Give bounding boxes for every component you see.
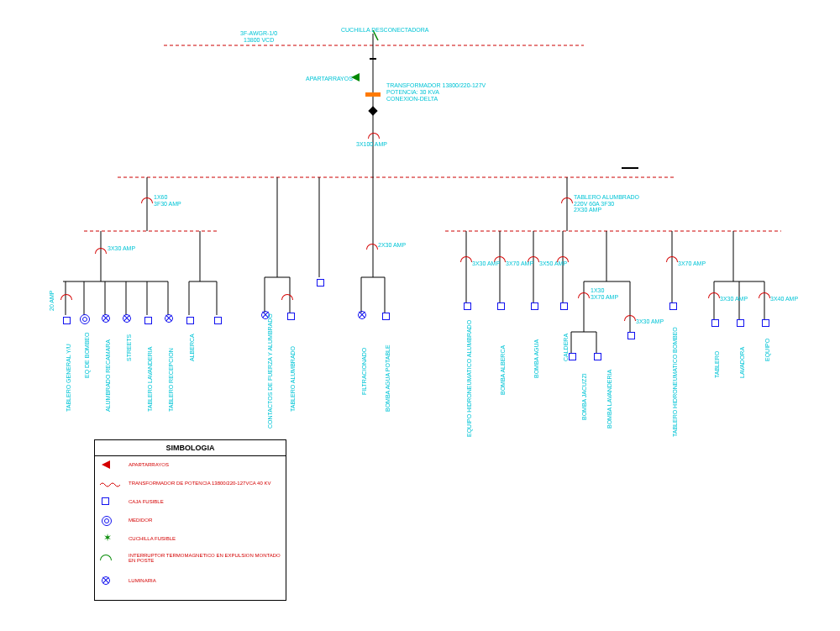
leaf-15: BOMBA JACUZZI [581, 373, 588, 420]
legend-txt-2: CAJA FUSIBLE [129, 499, 164, 504]
luminaria-icon [358, 311, 366, 319]
amp-b3cleaf: 3X30 AMP [636, 318, 664, 325]
lbl-main-amp: 3X100 AMP [356, 141, 387, 148]
amp-b1a: 3X30 AMP [108, 245, 135, 252]
legend-box: SIMBOLOGIA APARTARRAYOS TRANSFORMADOR DE… [94, 439, 286, 601]
caja-fusible-icon [594, 353, 601, 360]
breaker-icon [759, 292, 770, 298]
lbl-trf-2: POTENCIA: 30 KVA [386, 89, 439, 96]
medidor-icon [80, 314, 90, 324]
breaker-icon [141, 197, 153, 203]
legend-txt-5: INTERRUPTOR TERMOMAGNETICO EN EXPULSION … [129, 553, 286, 563]
legend-txt-1: TRANSFORMADOR DE POTENCIA 13800/220-127V… [129, 481, 270, 486]
luminaria-icon [102, 314, 110, 323]
breaker-icon [366, 244, 378, 250]
amp-b3c: 3X50 AMP [539, 260, 567, 267]
leaf-10: BOMBA AGUA POTABLE [385, 344, 391, 412]
leaf-8: TABLERO ALUMBRADO [290, 346, 297, 412]
lbl-incoming-1: 3F-AWGR-1/0 [240, 30, 277, 37]
lbl-trf-3: CONEXION-DELTA [386, 96, 438, 103]
caja-fusible-icon [737, 319, 744, 327]
amp-b1: 1X60 3F30 AMP [154, 194, 181, 207]
leaf-3: STREETS [126, 334, 133, 361]
leaf-20: EQUIPO [764, 339, 771, 361]
breaker-icon [624, 315, 636, 321]
breaker-icon [666, 256, 678, 262]
caja-fusible-icon [464, 302, 471, 310]
breaker-icon [460, 256, 472, 262]
leaf-7: CONTACTOS DE FUERZA Y ALUMBRADO [267, 313, 274, 429]
leaf-2: ALUMBRADO RECAMARA [105, 339, 112, 412]
breaker-icon [60, 294, 72, 300]
caja-fusible-icon [186, 317, 194, 324]
leaf-11: EQUIPO HIDRONEUMATICO ALUMBRADO [466, 320, 473, 437]
amp-b3e: 3X30 AMP [720, 296, 748, 302]
caja-fusible-icon [214, 317, 222, 324]
caja-fusible-icon [144, 317, 152, 324]
svg-rect-3 [365, 92, 381, 97]
leaf-4: TABLERO LAVANDERIA [147, 347, 154, 412]
caja-fusible-icon [63, 317, 71, 324]
leaf-1: EQ DE BOMBEO [84, 333, 91, 378]
caja-fusible-icon [762, 319, 769, 327]
legend-txt-3: MEDIDOR [129, 518, 152, 523]
amp-b1leaf: 20 AMP [49, 290, 55, 311]
leaf-12: BOMBA ALBERCA [500, 345, 507, 395]
luminaria-icon [165, 314, 173, 323]
caja-fusible-icon [382, 313, 390, 320]
leaf-5: TABLERO RECEPCION [168, 348, 175, 412]
leaf-13: BOMBA AGUA [533, 339, 540, 378]
lbl-apartarrayos: APARTARRAYOS [306, 76, 353, 82]
leaf-17: TABLERO HIDRONEUMATICO BOMBEO [672, 327, 679, 437]
leaf-0: TABLERO GENERAL Y/U [66, 344, 72, 412]
leaf-18: TABLERO [714, 351, 721, 378]
leaf-9: FILTRACIONADO [361, 348, 368, 395]
lbl-trf-1: TRANSFORMADOR 13800/220-127V [386, 82, 486, 89]
caja-fusible-icon [569, 353, 576, 360]
breaker-icon [578, 292, 590, 298]
breaker-icon [281, 294, 293, 300]
amp-b2: 2X30 AMP [378, 242, 406, 249]
lbl-cuchilla: CUCHILLA DESCONECTADORA [341, 27, 429, 34]
breaker-icon [95, 248, 107, 254]
amp-b3b: 3X70 AMP [506, 260, 533, 267]
legend-txt-6: LUMINARIA [129, 578, 156, 583]
amp-b3: TABLERO ALUMBRADO 220V 60A 3F30 2X30 AMP [574, 194, 639, 213]
caja-fusible-icon [627, 332, 635, 339]
caja-fusible-icon [711, 319, 719, 327]
breaker-icon [561, 197, 573, 203]
luminaria-icon [123, 314, 131, 323]
leaf-14: CALDERA [563, 334, 570, 361]
caja-fusible-icon [531, 302, 538, 310]
legend-txt-4: CUCHILLA FUSIBLE [129, 536, 176, 541]
caja-fusible-icon [560, 302, 568, 310]
caja-fusible-icon [317, 279, 324, 287]
legend-row-0: APARTARRAYOS [95, 458, 286, 475]
unifilar-network [0, 0, 840, 471]
lbl-incoming-2: 13800 VCD [244, 37, 274, 44]
legend-txt-0: APARTARRAYOS [129, 462, 169, 467]
breaker-icon [368, 133, 380, 139]
legend-row-5: INTERRUPTOR TERMOMAGNETICO EN EXPULSION … [95, 550, 286, 572]
amp-b3d: 3X70 AMP [678, 260, 706, 267]
amp-b3f: 3X40 AMP [770, 296, 798, 302]
caja-fusible-icon [497, 302, 505, 310]
amp-b3a: 3X30 AMP [472, 260, 500, 267]
leaf-19: LAVADORA [739, 347, 746, 378]
legend-row-4: ✶ CUCHILLA FUSIBLE [95, 532, 286, 549]
caja-fusible-icon [669, 302, 677, 310]
legend-row-2: CAJA FUSIBLE [95, 495, 286, 512]
breaker-icon [708, 292, 720, 298]
apartarrayos-icon [351, 73, 360, 82]
leaf-16: BOMBA LAVANDERIA [606, 370, 613, 429]
legend-row-3: MEDIDOR [95, 513, 286, 530]
legend-row-1: TRANSFORMADOR DE POTENCIA 13800/220-127V… [95, 476, 286, 493]
leaf-6: ALBERCA [189, 334, 196, 361]
amp-b3csub: 1X30 3X70 AMP [591, 287, 618, 300]
legend-title: SIMBOLOGIA [95, 440, 286, 456]
legend-row-6: LUMINARIA [95, 574, 286, 591]
caja-fusible-icon [287, 313, 295, 320]
